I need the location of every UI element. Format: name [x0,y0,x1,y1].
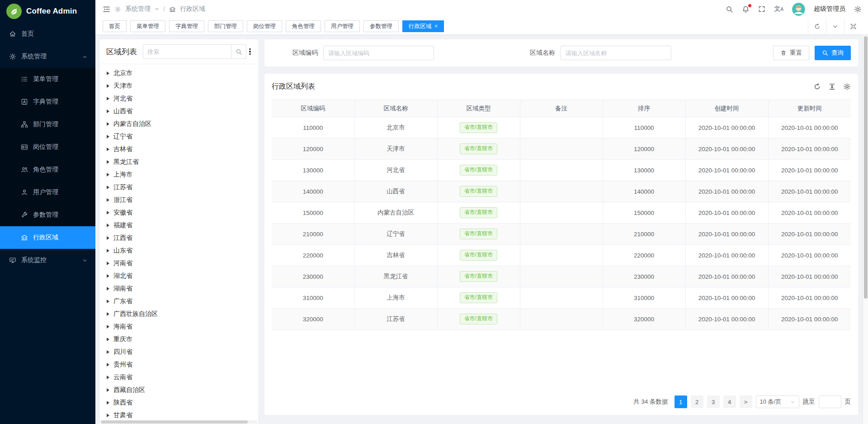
tree-item-16[interactable]: 湖北省 [100,270,258,282]
caret-right-icon[interactable] [107,249,109,252]
page-button-3[interactable]: 3 [707,395,720,408]
notification-bell-icon[interactable] [742,5,750,13]
caret-right-icon[interactable] [107,110,109,113]
sidebar-item-home[interactable]: 首页 [0,23,95,45]
table-settings-gear-icon[interactable] [843,83,851,91]
table-row[interactable]: 110000北京市省市/直辖市1100002020-10-01 00:00:00… [272,117,851,138]
tree-item-3[interactable]: 山西省 [100,105,258,118]
caret-right-icon[interactable] [107,186,109,189]
table-row[interactable]: 120000天津市省市/直辖市1200002020-10-01 00:00:00… [272,138,851,160]
caret-right-icon[interactable] [107,211,109,214]
sidebar-group-monitor[interactable]: 系统监控 [0,249,95,272]
caret-right-icon[interactable] [107,71,109,75]
sidebar-item-dict[interactable]: 字典管理 [0,91,95,113]
tree-search-button[interactable] [231,44,246,59]
tree-item-25[interactable]: 西藏自治区 [100,384,258,396]
fullscreen-icon[interactable] [758,5,765,13]
sidebar-item-region[interactable]: 行政区域 [0,226,95,249]
tree-item-8[interactable]: 上海市 [100,168,258,181]
caret-right-icon[interactable] [107,262,109,265]
tree-item-2[interactable]: 河北省 [100,92,258,105]
tree-item-5[interactable]: 辽宁省 [100,130,258,143]
refresh-icon[interactable] [808,18,826,34]
tree-item-20[interactable]: 海南省 [100,320,258,333]
jump-page-input[interactable] [819,395,841,408]
region-code-input[interactable] [323,46,434,60]
page-scrollbar[interactable] [863,35,868,424]
translate-icon[interactable]: 文A [774,5,783,13]
caret-right-icon[interactable] [107,325,109,329]
username[interactable]: 超级管理员 [814,5,845,13]
tree-item-23[interactable]: 贵州省 [100,358,258,371]
caret-right-icon[interactable] [107,287,109,291]
table-row[interactable]: 150000内蒙古自治区省市/直辖市1500002020-10-01 00:00… [272,202,851,224]
caret-right-icon[interactable] [107,338,109,341]
tree-item-13[interactable]: 江西省 [100,232,258,244]
tree-item-12[interactable]: 福建省 [100,219,258,232]
tree-item-4[interactable]: 内蒙古自治区 [100,118,258,130]
table-row[interactable]: 210000辽宁省省市/直辖市2100002020-10-01 00:00:00… [272,224,851,245]
tree-item-21[interactable]: 重庆市 [100,333,258,346]
table-row[interactable]: 220000吉林省省市/直辖市2200002020-10-01 00:00:00… [272,245,851,266]
dots-vertical-icon[interactable] [246,47,254,57]
caret-right-icon[interactable] [107,388,109,392]
tab-2[interactable]: 字典管理 [169,20,204,32]
caret-right-icon[interactable] [107,160,109,164]
next-page-button[interactable]: > [740,395,752,408]
tree-item-18[interactable]: 广东省 [100,295,258,308]
chevron-down-icon[interactable] [826,18,844,34]
breadcrumb-parent[interactable]: 系统管理 [125,5,151,13]
query-button[interactable]: 查询 [815,46,851,60]
caret-right-icon[interactable] [107,312,109,316]
menu-fold-icon[interactable] [103,5,110,13]
caret-right-icon[interactable] [107,300,109,303]
tree-item-1[interactable]: 天津市 [100,80,258,92]
table-row[interactable]: 320000江苏省省市/直辖市3200002020-10-01 00:00:00… [272,309,851,330]
page-button-4[interactable]: 4 [723,395,736,408]
tree-item-19[interactable]: 广西壮族自治区 [100,308,258,320]
tree-item-24[interactable]: 云南省 [100,371,258,384]
caret-right-icon[interactable] [107,363,109,367]
tree-item-9[interactable]: 江苏省 [100,181,258,194]
table-row[interactable]: 140000山西省省市/直辖市1400002020-10-01 00:00:00… [272,181,851,202]
tree-item-15[interactable]: 河南省 [100,257,258,270]
tree-item-7[interactable]: 黑龙江省 [100,156,258,168]
tab-8[interactable]: 行政区域× [402,20,444,32]
table-row[interactable]: 130000河北省省市/直辖市1300002020-10-01 00:00:00… [272,160,851,181]
tab-7[interactable]: 参数管理 [363,20,399,32]
tab-3[interactable]: 部门管理 [208,20,243,32]
tree-item-17[interactable]: 湖南省 [100,282,258,295]
tree-item-14[interactable]: 山东省 [100,244,258,257]
refresh-icon[interactable] [813,83,821,91]
sidebar-item-menu[interactable]: 菜单管理 [0,68,95,91]
sidebar-item-role[interactable]: 角色管理 [0,158,95,181]
tree-item-6[interactable]: 吉林省 [100,143,258,156]
search-icon[interactable] [726,5,733,13]
caret-right-icon[interactable] [107,401,109,405]
caret-right-icon[interactable] [107,173,109,176]
page-button-1[interactable]: 1 [675,395,687,408]
sidebar-item-dept[interactable]: 部门管理 [0,113,95,136]
avatar[interactable] [792,3,805,16]
tree-item-22[interactable]: 四川省 [100,346,258,358]
expand-square-icon[interactable] [844,18,862,34]
tab-5[interactable]: 角色管理 [286,20,321,32]
caret-right-icon[interactable] [107,198,109,202]
tab-4[interactable]: 岗位管理 [247,20,282,32]
caret-right-icon[interactable] [107,122,109,126]
reset-button[interactable]: 重置 [773,46,809,60]
caret-right-icon[interactable] [107,97,109,100]
table-row[interactable]: 310000上海市省市/直辖市3100002020-10-01 00:00:00… [272,287,851,309]
table-row[interactable]: 230000黑龙江省省市/直辖市2300002020-10-01 00:00:0… [272,266,851,287]
caret-right-icon[interactable] [107,148,109,151]
tree-horizontal-scrollbar[interactable] [101,420,257,424]
sidebar-group-system[interactable]: 系统管理 [0,45,95,68]
sidebar-item-post[interactable]: 岗位管理 [0,136,95,158]
tab-0[interactable]: 首页 [103,20,127,32]
caret-right-icon[interactable] [107,135,109,138]
sidebar-item-param[interactable]: 参数管理 [0,204,95,226]
caret-right-icon[interactable] [107,84,109,88]
caret-right-icon[interactable] [107,274,109,278]
sidebar-item-user[interactable]: 用户管理 [0,181,95,204]
settings-gear-icon[interactable] [854,5,862,13]
